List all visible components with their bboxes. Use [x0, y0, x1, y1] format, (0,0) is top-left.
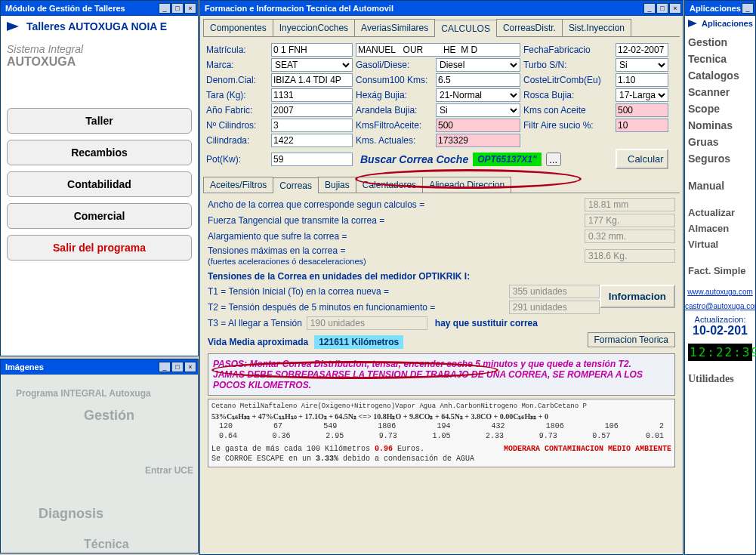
browse-button[interactable]: ...	[546, 153, 561, 166]
maximize-icon[interactable]: □	[171, 362, 184, 372]
vehicle-form: Matrícula: FechaFabricacio Marca: SEAT G…	[203, 37, 680, 172]
kmactuales-input[interactable]	[436, 134, 520, 147]
rmenu-gruas[interactable]: Gruas	[688, 134, 752, 150]
subtab-alineado[interactable]: Alineado Direccion	[422, 177, 511, 193]
subtab-bujias[interactable]: Bujias	[318, 177, 356, 193]
potencia-input[interactable]	[271, 153, 353, 166]
right-title: Aplicaciones	[690, 4, 742, 13]
center-titlebar: Formacion e Informacion Tecnica del Auto…	[200, 1, 683, 16]
left-panel: Módulo de Gestión de Talleres _ □ × Tall…	[0, 0, 199, 356]
subtab-calentadores[interactable]: Calentadores	[356, 177, 423, 193]
arrow-right-icon	[7, 22, 19, 31]
chemistry-panel: Cetano MetilNaftaleno Aire(Oxigeno+Nitro…	[208, 399, 675, 467]
left-title: Módulo de Gestión de Talleres	[5, 4, 159, 13]
main-tabs: Componentes InyeccionCoches AveriasSimil…	[203, 19, 680, 37]
menu-recambios[interactable]: Recambios	[7, 140, 192, 165]
kmfiltro-input[interactable]	[436, 119, 520, 132]
actualizacion-date: 10-02-201	[685, 324, 755, 338]
rmenu-actualizar[interactable]: Actualizar	[688, 205, 752, 220]
calc-results: Ancho de la correa que corresponde segun…	[203, 193, 680, 472]
arandela-select[interactable]: Si	[436, 103, 520, 117]
close-icon[interactable]: ×	[669, 3, 681, 14]
maximize-icon[interactable]: □	[171, 3, 184, 14]
rmenu-scanner[interactable]: Scanner	[688, 84, 752, 100]
rmenu-manual[interactable]: Manual	[688, 177, 752, 194]
menu-comercial[interactable]: Comercial	[7, 203, 192, 229]
buscar-correa-label: Buscar Correa Coche	[356, 152, 473, 167]
calcular-button[interactable]: Calcular	[616, 149, 668, 169]
fecha-input[interactable]	[616, 43, 668, 57]
subtab-aceites[interactable]: Aceites/Filtros	[203, 177, 273, 193]
images-body: Programa INTEGRAL Autoxuga Gestión Diagn…	[1, 375, 198, 553]
subtab-correas[interactable]: Correas	[273, 177, 319, 193]
owner-input[interactable]	[356, 43, 520, 57]
tara-input[interactable]	[271, 88, 353, 102]
minimize-icon[interactable]: _	[159, 3, 171, 14]
right-titlebar: Aplicaciones _	[685, 1, 755, 16]
consumo-input[interactable]	[436, 73, 520, 87]
turbo-select[interactable]: Si	[616, 58, 668, 72]
minimize-icon[interactable]: _	[742, 3, 754, 14]
left-titlebar: Módulo de Gestión de Talleres _ □ ×	[1, 1, 198, 16]
filtaire-input[interactable]	[616, 119, 668, 132]
rmenu-almacen[interactable]: Almacen	[688, 220, 752, 236]
pasos-instructions: PASOS: Montar Correa Distribucion, tensa…	[208, 353, 675, 396]
right-panel: Aplicaciones _ Aplicaciones Gestion Tecn…	[684, 0, 756, 555]
vida-media-value: 121611 Kilómetros	[314, 335, 403, 349]
matricula-input[interactable]	[271, 43, 353, 57]
right-header: Aplicaciones	[685, 16, 755, 31]
menu-salir[interactable]: Salir del programa	[7, 235, 192, 261]
ano-input[interactable]	[271, 103, 353, 117]
left-header: Talleres AUTOXUGA NOIA E	[1, 16, 198, 37]
rosca-select[interactable]: 17-Larga	[616, 88, 668, 102]
maximize-icon[interactable]: □	[656, 3, 668, 14]
sub-tabs: Aceites/Filtros Correas Bujias Calentado…	[203, 177, 680, 193]
cilindrada-input[interactable]	[271, 134, 353, 147]
rmenu-utilidades[interactable]: Utilidades	[685, 367, 755, 391]
clock-display: 12:22:39	[688, 344, 752, 361]
rmenu-gestion[interactable]: Gestion	[688, 34, 752, 51]
hexag-select[interactable]: 21-Normal	[436, 88, 520, 102]
rmenu-catalogos[interactable]: Catalogos	[688, 67, 752, 84]
rmenu-tecnica[interactable]: Tecnica	[688, 51, 752, 67]
minimize-icon[interactable]: _	[643, 3, 656, 14]
images-panel: Imágenes _ □ × Programa INTEGRAL Autoxug…	[0, 359, 199, 553]
correa-code: OPT65137X1"	[473, 153, 541, 166]
brand-area: Sistema Integral AUTOXUGA	[1, 37, 198, 105]
kmaceite-input[interactable]	[616, 103, 668, 117]
menu-taller[interactable]: Taller	[7, 108, 192, 134]
tab-componentes[interactable]: Componentes	[203, 19, 273, 36]
rmenu-virtual[interactable]: Virtual	[688, 236, 752, 252]
denom-input[interactable]	[271, 73, 353, 87]
close-icon[interactable]: ×	[184, 362, 196, 372]
combustible-select[interactable]: Diesel	[436, 58, 520, 72]
tab-correas[interactable]: CorreasDistr.	[496, 19, 563, 36]
link-web[interactable]: www.autoxuga.com	[685, 288, 755, 296]
rmenu-factsimple[interactable]: Fact. Simple	[688, 263, 752, 279]
arrow-right-icon	[688, 20, 697, 27]
tab-averias[interactable]: AveriasSimilares	[354, 19, 435, 36]
images-titlebar: Imágenes _ □ ×	[1, 359, 198, 375]
coste-input[interactable]	[616, 73, 668, 87]
cilindros-input[interactable]	[271, 119, 353, 132]
minimize-icon[interactable]: _	[159, 362, 171, 372]
marca-select[interactable]: SEAT	[271, 58, 353, 72]
tab-calculos[interactable]: CALCULOS	[434, 20, 497, 37]
menu-contabilidad[interactable]: Contabilidad	[7, 171, 192, 197]
informacion-button[interactable]: Informacion	[600, 285, 675, 308]
images-title: Imágenes	[5, 362, 159, 372]
tab-sistinyec[interactable]: Sist.Inyeccion	[562, 19, 631, 36]
rmenu-seguros[interactable]: Seguros	[688, 150, 752, 167]
center-panel: Formacion e Informacion Tecnica del Auto…	[199, 0, 683, 555]
rmenu-scope[interactable]: Scope	[688, 100, 752, 117]
close-icon[interactable]: ×	[184, 3, 196, 14]
center-title: Formacion e Informacion Tecnica del Auto…	[205, 4, 643, 13]
tab-inyeccion[interactable]: InyeccionCoches	[273, 19, 355, 36]
formacion-teorica-button[interactable]: Formacion Teorica	[588, 332, 675, 347]
link-email[interactable]: castro@autoxuga.com	[685, 302, 755, 310]
rmenu-nominas[interactable]: Nominas	[688, 117, 752, 134]
